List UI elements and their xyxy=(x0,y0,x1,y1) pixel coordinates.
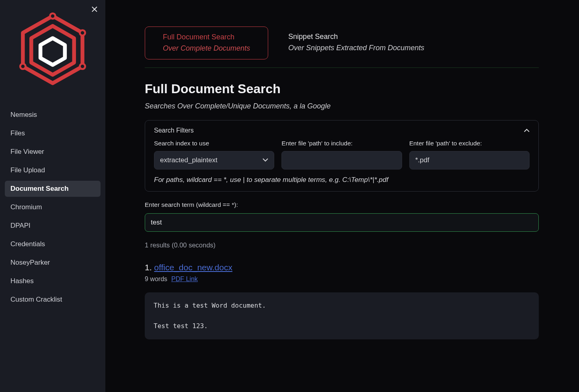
logo-hexagon-icon xyxy=(14,11,91,96)
sidebar-nav: NemesisFilesFile ViewerFile UploadDocume… xyxy=(3,107,102,310)
result-subline: 9 wordsPDF Link xyxy=(145,276,539,283)
sidebar-item-file-viewer[interactable]: File Viewer xyxy=(5,144,101,160)
search-index-select[interactable]: extracted_plaintext xyxy=(154,151,274,169)
sidebar: NemesisFilesFile ViewerFile UploadDocume… xyxy=(0,0,105,392)
search-index-label: Search index to use xyxy=(154,140,274,147)
tab-full-document-search[interactable]: Full Document SearchOver Complete Docume… xyxy=(145,27,268,59)
result-pdf-link[interactable]: PDF Link xyxy=(171,276,198,282)
filters-header-label: Search Filters xyxy=(154,127,194,134)
sidebar-item-document-search[interactable]: Document Search xyxy=(5,181,101,197)
result-filename-link[interactable]: office_doc_new.docx xyxy=(154,263,232,272)
results-list: 1. office_doc_new.docx9 wordsPDF LinkThi… xyxy=(145,263,539,339)
svg-point-5 xyxy=(50,13,55,18)
include-path-label: Enter file 'path' to include: xyxy=(281,140,402,147)
result-number: 1. xyxy=(145,263,154,272)
page-subtitle: Searches Over Complete/Unique Documents,… xyxy=(145,102,539,110)
close-icon xyxy=(91,6,98,13)
search-term-input[interactable] xyxy=(151,218,533,227)
exclude-path-input-wrap xyxy=(409,151,530,169)
search-index-value: extracted_plaintext xyxy=(160,156,218,164)
sidebar-item-nemesis[interactable]: Nemesis xyxy=(5,107,101,123)
search-filters-panel: Search Filters Search index to use extra… xyxy=(145,120,539,192)
page-title: Full Document Search xyxy=(145,82,539,96)
exclude-path-label: Enter file 'path' to exclude: xyxy=(409,140,530,147)
search-term-label: Enter search term (wildcard == *): xyxy=(145,201,539,208)
tab-title: Snippet Search xyxy=(288,31,424,43)
result-item: 1. office_doc_new.docx9 wordsPDF LinkThi… xyxy=(145,263,539,339)
app-logo xyxy=(3,5,102,107)
tab-snippet-search[interactable]: Snippet SearchOver Snippets Extracted Fr… xyxy=(288,27,424,59)
tab-subtitle: Over Snippets Extracted From Documents xyxy=(288,43,424,54)
results-meta: 1 results (0.00 seconds) xyxy=(145,241,539,249)
include-path-input-wrap xyxy=(281,151,402,169)
result-snippet: This is a test Word document. Test test … xyxy=(145,292,539,339)
sidebar-item-chromium[interactable]: Chromium xyxy=(5,199,101,215)
svg-point-8 xyxy=(80,64,85,69)
tab-subtitle: Over Complete Documents xyxy=(163,43,250,54)
sidebar-item-credentials[interactable]: Credentials xyxy=(5,236,101,252)
sidebar-item-files[interactable]: Files xyxy=(5,125,101,141)
sidebar-item-file-upload[interactable]: File Upload xyxy=(5,162,101,178)
exclude-path-input[interactable] xyxy=(415,156,524,164)
filters-hint: For paths, wildcard == *, use | to separ… xyxy=(154,176,530,184)
chevron-down-icon xyxy=(263,157,268,163)
svg-marker-4 xyxy=(41,38,65,65)
chevron-up-icon xyxy=(524,127,530,134)
svg-point-6 xyxy=(80,30,85,35)
sidebar-close-button[interactable] xyxy=(91,6,98,14)
sidebar-item-custom-cracklist[interactable]: Custom Cracklist xyxy=(5,292,101,308)
sidebar-item-hashes[interactable]: Hashes xyxy=(5,273,101,289)
tab-title: Full Document Search xyxy=(163,32,250,43)
result-wordcount: 9 words xyxy=(145,276,167,282)
main-content: Full Document SearchOver Complete Docume… xyxy=(105,0,579,392)
include-path-input[interactable] xyxy=(287,156,396,164)
search-term-input-wrap xyxy=(145,213,539,232)
svg-marker-3 xyxy=(31,26,74,75)
search-tabs: Full Document SearchOver Complete Docume… xyxy=(145,27,539,68)
result-title: 1. office_doc_new.docx xyxy=(145,263,539,272)
svg-point-7 xyxy=(20,64,25,69)
sidebar-item-dpapi[interactable]: DPAPI xyxy=(5,218,101,234)
filters-header-toggle[interactable]: Search Filters xyxy=(154,127,530,134)
sidebar-item-noseyparker[interactable]: NoseyParker xyxy=(5,255,101,271)
